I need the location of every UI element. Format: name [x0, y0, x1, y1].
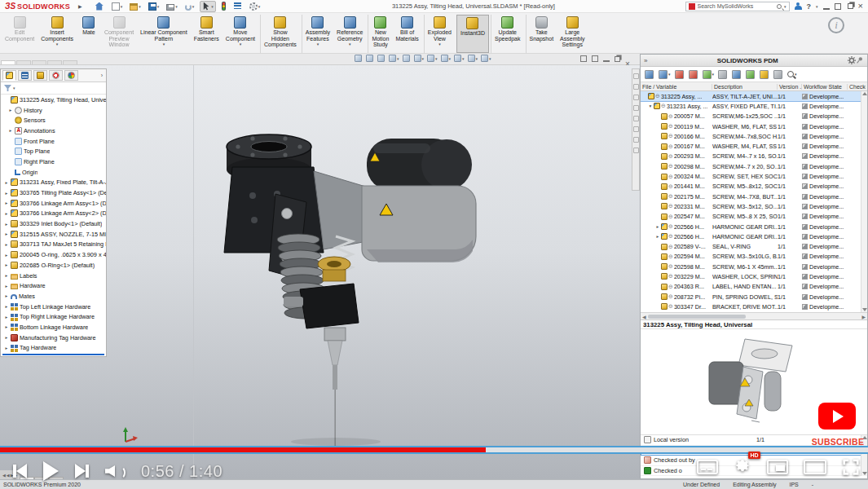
expand-arrow-icon[interactable]: ▸ — [4, 324, 9, 329]
pdm-tool[interactable] — [645, 70, 654, 79]
feature-tree-item[interactable]: ▸ History — [1, 105, 106, 116]
feature-tree-item[interactable]: ▸ Annotations — [1, 126, 106, 136]
heads-up-tool[interactable] — [377, 55, 386, 62]
table-vertical-scrollbar[interactable] — [861, 91, 867, 312]
pdm-table-row[interactable]: ⊖ 201441 M... SCREW, M5-.8x12, SOC... 1/… — [641, 182, 867, 192]
pdm-table-row[interactable]: ▸ ⊖ 202566 H... HARMONIC GEAR DRI... 1/1… — [641, 222, 867, 231]
play-button[interactable] — [43, 461, 59, 481]
pdm-tool[interactable] — [732, 70, 742, 79]
expand-arrow-icon[interactable]: ▸ — [4, 242, 9, 247]
feature-tree-item[interactable]: ▸ Top Right Linkage Hardware — [1, 311, 106, 322]
task-pane-tab-icon[interactable] — [633, 105, 639, 111]
pdm-table-row[interactable]: ⊖ 200167 M... WASHER, M4, FLAT, SS 1/1 D… — [641, 141, 867, 151]
displaymanager-tab[interactable] — [64, 70, 78, 81]
ribbon-button[interactable]: Large Assembly Settings — [557, 15, 588, 53]
tree-filter-input[interactable]: ▾ — [1, 82, 106, 95]
feature-tree-item[interactable]: ▸ Labels — [1, 271, 106, 281]
quick-access-button[interactable]: ▾ — [248, 2, 262, 11]
expand-arrow-icon[interactable]: ▸ — [4, 284, 9, 289]
pdm-table-row[interactable]: ⊖ 200293 M... SCREW, M4-.7 x 16, SO... 1… — [641, 152, 867, 161]
pdm-table-row[interactable]: ⊖ 200166 M... SCREW,M4-.7x8,SOC H... 1/1… — [641, 131, 867, 141]
expand-arrow-icon[interactable]: ▸ — [4, 211, 9, 216]
feature-tree-item[interactable]: Top Plane — [1, 146, 106, 156]
row-expand-icon[interactable]: ▸ — [655, 234, 660, 239]
next-video-button[interactable] — [75, 464, 89, 478]
pdm-table-row[interactable]: ⊖ 202175 M... SCREW, M4-.7X8, BUT... 1/1… — [641, 192, 867, 201]
quick-access-button[interactable]: ▾ — [183, 2, 196, 11]
task-pane-tab-icon[interactable] — [633, 148, 639, 153]
quick-access-button[interactable]: ▾ — [200, 1, 216, 12]
command-tab[interactable] — [32, 60, 46, 64]
task-pane-tab-icon[interactable] — [633, 137, 639, 143]
feature-tree-item[interactable]: ▸ 303766 Linkage Arm Assy<1> (Defa — [1, 198, 106, 209]
help-icon[interactable] — [807, 2, 812, 11]
search-icon[interactable] — [777, 4, 782, 9]
pdm-table-row[interactable]: ⊖ 200298 M... SCREW,M4-.7 x 20, SO... 1/… — [641, 161, 867, 171]
settings-button[interactable]: HD — [734, 456, 751, 478]
heads-up-tool[interactable]: ▾ — [454, 55, 465, 62]
pin-panel-icon[interactable] — [856, 56, 864, 64]
menu-flyout-icon[interactable]: ▶ — [78, 3, 82, 9]
theater-mode-button[interactable] — [804, 460, 826, 474]
feature-tree-item[interactable]: ▸ 312515 ASSY, NOZZLE, 7-15 MINI M — [1, 229, 106, 240]
pdm-tool[interactable]: ▾ — [787, 71, 797, 77]
pdm-table-row[interactable]: ⊖ 200057 M... SCREW,M6-1x25,SOC ... 1/1 … — [641, 112, 867, 121]
pdm-column-headers[interactable]: File / Variable Description Version .. W… — [641, 82, 867, 91]
expand-arrow-icon[interactable]: ▸ — [4, 262, 9, 267]
pdm-table-row[interactable]: ⊖ 202547 M... SCREW, M5-.8 X 25, SO... 1… — [641, 212, 867, 222]
feature-tree-item[interactable]: ▸ 313231 Assy, Fixed Plate, Tilt-A-Jet<1 — [1, 178, 106, 188]
ribbon-button[interactable]: Exploded View ▾ — [424, 15, 455, 53]
command-tab[interactable] — [16, 60, 31, 64]
pdm-tool[interactable]: ▾ — [703, 70, 715, 79]
quick-access-button[interactable] — [220, 1, 228, 11]
pdm-table-row[interactable]: ⊖ 204363 R... LABEL, HAND ENTAN... 1/1 D… — [641, 282, 867, 292]
maximize-icon[interactable] — [835, 3, 841, 10]
table-horizontal-scrollbar[interactable]: ◀ ▶ — [641, 312, 867, 319]
expand-arrow-icon[interactable]: ▸ — [4, 200, 9, 205]
expand-arrow-icon[interactable]: ▸ — [4, 273, 9, 278]
feature-tree-item[interactable]: ▸ Tag Hardware — [1, 343, 106, 353]
feature-tree-item[interactable]: ▸ Bottom Linkage Hardware — [1, 322, 106, 333]
pdm-tool[interactable] — [760, 70, 769, 79]
panel-expand-icon[interactable]: › — [101, 73, 104, 78]
feature-tree-item[interactable]: ▸ Top Left Linkage Hardware — [1, 302, 106, 312]
pdm-tool[interactable] — [689, 70, 698, 79]
pdm-tool[interactable] — [718, 70, 728, 79]
pdm-table-row[interactable]: ⊖ 202594 M... SCREW, M3-.5x10LG, B... 1/… — [641, 252, 867, 262]
pdm-options-gear-icon[interactable] — [848, 56, 856, 64]
scroll-down-icon[interactable] — [862, 472, 867, 475]
feature-tree-item[interactable]: Sensors — [1, 115, 106, 126]
quick-access-button[interactable]: ▾ — [165, 2, 179, 11]
ribbon-button[interactable]: Take Snapshot — [526, 15, 557, 53]
scrollbar-thumb[interactable] — [648, 315, 746, 319]
task-pane-tab-icon[interactable] — [633, 116, 639, 121]
expand-arrow-icon[interactable]: ▸ — [4, 222, 9, 227]
column-description[interactable]: Description — [712, 84, 778, 90]
login-icon[interactable] — [795, 2, 802, 11]
volume-button[interactable] — [105, 464, 125, 478]
row-expand-icon[interactable]: ▾ — [648, 104, 653, 108]
expand-arrow-icon[interactable]: ▸ — [4, 253, 9, 258]
dimxpertmanager-tab[interactable] — [49, 70, 63, 81]
help-caret-icon[interactable]: ▾ — [816, 4, 818, 9]
heads-up-tool[interactable]: ▾ — [414, 55, 425, 62]
column-workflow-state[interactable]: Workflow State — [802, 84, 848, 90]
dock-pane-right-icon[interactable] — [592, 55, 598, 62]
close-window-icon[interactable] — [625, 55, 632, 62]
pdm-table-row[interactable]: ⊖ 208732 Pi... PIN, SPRING DOWEL, S... 1… — [641, 292, 867, 302]
command-tab[interactable] — [1, 60, 15, 64]
pdm-table-row[interactable]: ▸ ⊖ 202566 H... HARMONIC GEAR DRI... 1/1… — [641, 231, 867, 241]
ribbon-button[interactable]: Mate — [77, 15, 101, 53]
task-pane-tab-icon[interactable] — [633, 95, 639, 100]
subscribe-logo-icon[interactable] — [818, 403, 856, 430]
feature-tree-item[interactable]: ▸ 202685 O-Ring<1> (Default) — [1, 260, 106, 271]
feature-tree-item[interactable]: ▸ 303713 TAJ MaxJet 5 Retaining Nut< — [1, 240, 106, 250]
column-checked[interactable]: Checke — [848, 84, 866, 90]
pdm-tool[interactable] — [746, 70, 756, 79]
dock-pane-left-icon[interactable] — [580, 55, 587, 62]
quick-access-button[interactable]: ▾ — [128, 2, 143, 11]
expand-arrow-icon[interactable]: ▸ — [4, 335, 9, 340]
scroll-left-icon[interactable]: ◀ — [642, 314, 646, 319]
command-tab[interactable] — [63, 60, 77, 64]
rollback-bar[interactable] — [2, 354, 104, 356]
